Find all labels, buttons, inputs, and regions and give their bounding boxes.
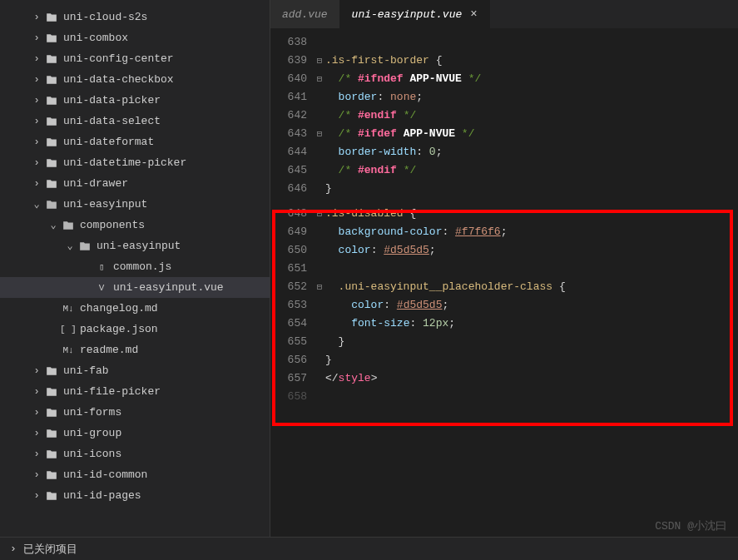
fold-marker-icon[interactable]: ⊟	[314, 205, 325, 223]
tree-folder[interactable]: ⌄uni-easyinput	[0, 235, 270, 256]
code-line[interactable]: }	[325, 180, 738, 198]
tree-item-label: uni-data-select	[63, 115, 270, 127]
code-editor[interactable]: 6386396406416426436446456466486496506516…	[270, 28, 738, 537]
folder-icon	[45, 11, 58, 24]
tree-file[interactable]: M↓changelog.md	[0, 298, 270, 319]
markdown-file-icon: M↓	[62, 344, 75, 357]
chevron-right-icon[interactable]: ›	[30, 156, 43, 170]
code-line[interactable]: color: #d5d5d5;	[325, 296, 738, 315]
close-icon[interactable]: ×	[470, 7, 477, 21]
code-line[interactable]: .is-disabled {	[325, 205, 738, 223]
code-line[interactable]: font-size: 12px;	[325, 315, 738, 333]
tree-folder[interactable]: ⌄components	[0, 215, 270, 235]
editor-tab[interactable]: uni-easyinput.vue×	[340, 0, 490, 28]
chevron-right-icon[interactable]: ›	[30, 177, 43, 191]
code-line[interactable]	[325, 260, 738, 278]
tree-folder[interactable]: ›uni-id-common	[0, 464, 270, 485]
fold-marker-icon[interactable]: ⊟	[314, 70, 325, 88]
tree-folder[interactable]: ›uni-dateformat	[0, 131, 270, 152]
tree-folder[interactable]: ›uni-cloud-s2s	[0, 7, 270, 27]
fold-marker-icon[interactable]: ⊟	[314, 125, 325, 143]
tree-file[interactable]: Vuni-easyinput.vue	[0, 277, 270, 298]
code-line[interactable]: background-color: #f7f6f6;	[325, 223, 738, 241]
code-line[interactable]: .is-first-border {	[325, 52, 738, 70]
chevron-right-icon[interactable]: ›	[10, 543, 17, 555]
code-line[interactable]: /* #ifdef APP-NVUE */	[325, 125, 738, 143]
status-bar: › 已关闭项目	[0, 537, 738, 560]
tree-file[interactable]: M↓readme.md	[0, 339, 270, 360]
line-number: 646	[270, 180, 307, 198]
code-line[interactable]	[325, 33, 738, 52]
chevron-right-icon[interactable]: ›	[30, 385, 43, 399]
tree-folder[interactable]: ›uni-data-picker	[0, 90, 270, 111]
chevron-right-icon[interactable]: ›	[30, 364, 43, 378]
tree-folder[interactable]: ›uni-group	[0, 423, 270, 444]
chevron-right-icon[interactable]: ›	[30, 32, 43, 45]
tree-folder[interactable]: ›uni-icons	[0, 444, 270, 464]
chevron-right-icon[interactable]: ›	[30, 115, 43, 128]
chevron-right-icon[interactable]: ›	[30, 406, 43, 419]
line-number: 640	[270, 70, 307, 88]
tree-folder[interactable]: ›uni-combox	[0, 27, 270, 48]
tree-folder[interactable]: ›uni-data-checkbox	[0, 69, 270, 90]
chevron-down-icon[interactable]: ⌄	[30, 198, 43, 211]
folder-icon	[45, 52, 58, 66]
chevron-right-icon[interactable]: ›	[30, 427, 43, 440]
code-line[interactable]: color: #d5d5d5;	[325, 241, 738, 260]
chevron-down-icon[interactable]: ⌄	[47, 219, 60, 232]
chevron-right-icon[interactable]: ›	[30, 94, 43, 107]
code-line[interactable]: /* #endif */	[325, 161, 738, 180]
chevron-right-icon[interactable]: ›	[30, 448, 43, 461]
tree-folder[interactable]: ›uni-drawer	[0, 173, 270, 194]
fold-gutter[interactable]: ⊟⊟⊟⊟⊟	[314, 33, 325, 537]
line-number: 649	[270, 223, 307, 241]
js-file-icon: ▯	[95, 260, 108, 274]
folder-icon	[45, 115, 58, 128]
tree-folder[interactable]: ›uni-config-center	[0, 48, 270, 69]
code-line[interactable]: /* #ifndef APP-NVUE */	[325, 70, 738, 88]
code-line[interactable]: border: none;	[325, 88, 738, 107]
chevron-right-icon[interactable]: ›	[30, 489, 43, 503]
chevron-down-icon[interactable]: ⌄	[63, 240, 77, 253]
tree-folder[interactable]: ›uni-fab	[0, 360, 270, 381]
line-number: 650	[270, 241, 307, 260]
chevron-right-icon[interactable]: ›	[30, 468, 43, 482]
editor-tab[interactable]: add.vue	[270, 0, 340, 28]
line-number: 641	[270, 88, 307, 107]
code-line[interactable]: /* #endif */	[325, 107, 738, 125]
tree-folder[interactable]: ›uni-id-pages	[0, 485, 270, 506]
tree-item-label: uni-dateformat	[63, 136, 270, 148]
fold-marker-icon	[314, 260, 325, 278]
code-line[interactable]: </style>	[325, 369, 738, 388]
code-line[interactable]	[325, 198, 738, 205]
file-explorer[interactable]: ›uni-cloud-s2s›uni-combox›uni-config-cen…	[0, 0, 270, 537]
tree-folder[interactable]: ›uni-forms	[0, 402, 270, 423]
chevron-right-icon[interactable]: ›	[30, 136, 43, 149]
tree-item-label: uni-config-center	[63, 52, 270, 65]
tree-folder[interactable]: ›uni-file-picker	[0, 381, 270, 402]
chevron-right-icon[interactable]: ›	[30, 73, 43, 87]
code-line[interactable]: }	[325, 351, 738, 369]
code-line[interactable]: border-width: 0;	[325, 143, 738, 161]
tree-item-label: uni-drawer	[63, 177, 270, 190]
chevron-right-icon[interactable]: ›	[30, 52, 43, 66]
closed-projects-label[interactable]: 已关闭项目	[23, 542, 77, 557]
tree-folder[interactable]: ›uni-datetime-picker	[0, 152, 270, 173]
tree-file[interactable]: [ ]package.json	[0, 319, 270, 339]
markdown-file-icon: M↓	[62, 302, 75, 315]
folder-icon	[45, 448, 58, 461]
tree-item-label: uni-icons	[63, 448, 270, 460]
code-line[interactable]: }	[325, 333, 738, 351]
code-lines[interactable]: .is-first-border { /* #ifndef APP-NVUE *…	[325, 33, 738, 537]
folder-icon	[45, 489, 58, 503]
tree-item-label: package.json	[80, 323, 270, 335]
chevron-right-icon[interactable]: ›	[30, 11, 43, 24]
fold-marker-icon[interactable]: ⊟	[314, 278, 325, 296]
tree-folder[interactable]: ›uni-data-select	[0, 111, 270, 131]
tree-folder[interactable]: ⌄uni-easyinput	[0, 194, 270, 215]
code-line[interactable]	[325, 388, 738, 406]
fold-marker-icon[interactable]: ⊟	[314, 52, 325, 70]
folder-icon	[45, 73, 58, 87]
tree-file[interactable]: ▯common.js	[0, 256, 270, 277]
code-line[interactable]: .uni-easyinput__placeholder-class {	[325, 278, 738, 296]
